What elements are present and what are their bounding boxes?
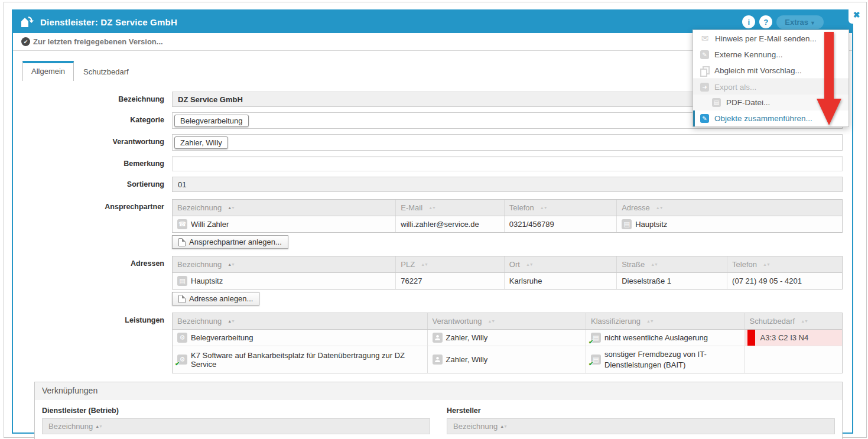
service-provider-icon — [20, 15, 35, 29]
envelope-icon: ✉ — [700, 33, 710, 44]
column-header[interactable]: E-Mail — [395, 200, 504, 216]
form-content: Bezeichnung DZ Service GmbH Kategorie Be… — [13, 81, 852, 439]
column-header[interactable]: PLZ — [395, 256, 504, 272]
adresse-anlegen-button[interactable]: Adresse anlegen... — [172, 292, 259, 305]
sortierung-input[interactable]: 01 — [172, 177, 843, 192]
chevron-down-icon: ▼ — [810, 20, 815, 26]
dienstleister-betrieb-table-header[interactable]: Bezeichnung — [42, 418, 430, 434]
column-header-label: E-Mail — [401, 203, 422, 212]
contact-phone: 0321/456789 — [509, 220, 554, 229]
column-header[interactable]: Schutzbedarf — [745, 313, 842, 329]
classification-doc-icon: ▤✔ — [591, 333, 601, 343]
column-header[interactable]: Adresse — [616, 200, 842, 216]
bemerkung-input[interactable] — [172, 156, 843, 171]
sort-icon[interactable] — [227, 262, 235, 266]
column-header-label: Telefon — [509, 203, 534, 212]
dienstleister-betrieb-label: Dienstleister (Betrieb) — [42, 407, 430, 415]
menu-item-hinweis-email[interactable]: ✉Hinweis per E-Mail senden... — [693, 30, 849, 47]
menu-item-externe-kennung[interactable]: ✎Externe Kennung... — [693, 47, 849, 63]
hersteller-table-header[interactable]: Bezeichnung — [447, 418, 835, 434]
kategorie-label: Kategorie — [22, 112, 172, 124]
row-adressen: Adressen Bezeichnung PLZ Ort Straße Tele… — [22, 256, 843, 305]
service-owner: Zahler, Willy — [446, 355, 488, 364]
sort-icon[interactable] — [801, 319, 808, 323]
column-header[interactable]: Straße — [616, 256, 727, 272]
column-header[interactable]: Bezeichnung — [173, 256, 395, 272]
bezeichnung-label: Bezeichnung — [22, 92, 172, 103]
verknuepfungen-body: Dienstleister (Betrieb) Bezeichnung Hers… — [35, 399, 842, 439]
column-header[interactable]: Klassifizierung — [586, 313, 745, 329]
table-row[interactable]: ▤Hauptsitz 76227 Karlsruhe Dieselstraße … — [173, 273, 842, 289]
help-icon[interactable]: ? — [759, 15, 772, 28]
column-header[interactable]: Telefon — [504, 200, 616, 216]
contact-email: willi.zahler@service.de — [401, 220, 479, 229]
close-icon[interactable]: ✖ — [849, 6, 864, 24]
row-verantwortung: Verantwortung Zahler, Willy — [22, 134, 843, 151]
dienstleister-betrieb-section: Dienstleister (Betrieb) Bezeichnung — [42, 407, 430, 434]
table-row[interactable]: ☎Willi Zahler willi.zahler@service.de 03… — [173, 216, 842, 232]
sort-icon[interactable] — [656, 206, 663, 210]
sort-icon[interactable] — [500, 424, 507, 428]
address-card-icon: ▤ — [177, 276, 187, 286]
column-header-label: Bezeichnung — [48, 422, 93, 431]
verantwortung-chip[interactable]: Zahler, Willy — [174, 136, 228, 149]
bemerkung-label: Bemerkung — [22, 156, 172, 168]
tab-schutzbedarf[interactable]: Schutzbedarf — [74, 63, 138, 81]
hersteller-label: Hersteller — [447, 407, 835, 415]
merge-edit-icon: ✎ — [700, 114, 709, 123]
verantwortung-field[interactable]: Zahler, Willy — [172, 134, 843, 151]
info-icon[interactable]: i — [742, 15, 755, 28]
column-header-label: Straße — [622, 260, 645, 269]
table-row[interactable]: ⚙Belegverarbeitung Zahler, Willy ▤✔nicht… — [173, 330, 842, 346]
menu-item-pdf-datei[interactable]: ▤PDF-Datei... — [693, 95, 849, 110]
column-header-label: Telefon — [732, 260, 757, 269]
table-header-row: Bezeichnung PLZ Ort Straße Telefon — [173, 256, 842, 273]
column-header[interactable]: Telefon — [727, 256, 842, 272]
ansprechpartner-anlegen-button[interactable]: Ansprechpartner anlegen... — [172, 235, 288, 249]
sort-icon[interactable] — [763, 262, 770, 266]
menu-item-label: Abgleich mit Vorschlag... — [714, 66, 802, 75]
menu-item-abgleich-vorschlag[interactable]: Abgleich mit Vorschlag... — [693, 63, 849, 79]
edit-square-icon: ✎ — [700, 50, 709, 59]
extras-button[interactable]: Extras▼ — [776, 15, 824, 29]
green-check-icon: ✔ — [589, 339, 593, 345]
sort-icon[interactable] — [487, 319, 495, 323]
menu-item-label: Hinweis per E-Mail senden... — [715, 34, 817, 43]
sort-icon[interactable] — [421, 262, 428, 266]
column-header[interactable]: Verantwortung — [427, 313, 586, 329]
service-classification: sonstiger Fremdbezug von IT-Dienstleistu… — [604, 349, 740, 370]
column-header-label: Bezeichnung — [177, 317, 222, 326]
row-leistungen: Leistungen Bezeichnung Verantwortung Kla… — [22, 313, 843, 373]
kategorie-chip[interactable]: Belegverarbeitung — [174, 115, 249, 127]
button-label: Adresse anlegen... — [189, 294, 253, 303]
ansprechpartner-table: Bezeichnung E-Mail Telefon Adresse ☎Will… — [172, 199, 843, 233]
table-header-row: Bezeichnung E-Mail Telefon Adresse — [173, 200, 842, 216]
menu-item-label: Objekte zusammenführen... — [714, 114, 812, 123]
sort-icon[interactable] — [227, 319, 235, 323]
sort-icon[interactable] — [227, 206, 235, 210]
hersteller-section: Hersteller Bezeichnung — [447, 407, 835, 434]
tab-allgemein[interactable]: Allgemein — [22, 61, 74, 81]
sort-icon[interactable] — [651, 262, 658, 266]
last-approved-version-link[interactable]: Zur letzten freigegebenen Version... — [33, 37, 163, 46]
sort-icon[interactable] — [526, 262, 533, 266]
sort-icon[interactable] — [646, 319, 654, 323]
verknuepfungen-title: Verknüpfungen — [35, 382, 842, 399]
new-document-icon — [178, 295, 186, 303]
leistungen-table: Bezeichnung Verantwortung Klassifizierun… — [172, 313, 843, 373]
column-header-label: Verantwortung — [433, 317, 482, 326]
menu-item-label: Export als... — [714, 83, 756, 92]
sort-icon[interactable] — [540, 206, 547, 210]
column-header[interactable]: Ort — [504, 256, 616, 272]
table-row[interactable]: ⚙✔K7 Software auf Bankarbeitsplatz für D… — [173, 346, 842, 373]
column-header[interactable]: Bezeichnung — [173, 313, 427, 329]
column-header[interactable]: Bezeichnung — [173, 200, 395, 216]
verantwortung-label: Verantwortung — [22, 134, 172, 146]
phone-icon: ☎ — [177, 219, 187, 229]
sort-icon[interactable] — [95, 424, 102, 428]
address-city: Karlsruhe — [509, 277, 542, 285]
menu-item-objekte-zusammenfuehren[interactable]: ✎Objekte zusammenführen... — [693, 110, 849, 126]
row-sortierung: Sortierung 01 — [22, 177, 843, 192]
sort-icon[interactable] — [428, 206, 435, 210]
column-header-label: Bezeichnung — [177, 260, 222, 269]
